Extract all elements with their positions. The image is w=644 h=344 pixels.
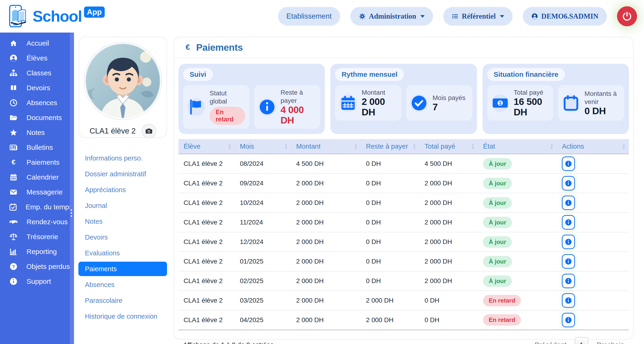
table-row: CLA1 élève 208/20244 500 DH0 DH4 500 DHÀ… bbox=[178, 154, 629, 174]
phone-book-icon bbox=[6, 3, 30, 29]
nav-button-etablissement[interactable]: Etablissement bbox=[278, 7, 340, 26]
nav-button-r-f-rentiel[interactable]: Référentiel bbox=[443, 7, 512, 26]
row-info-button[interactable] bbox=[562, 215, 575, 230]
pagination-previous[interactable]: Précédent bbox=[535, 341, 566, 344]
row-info-button[interactable] bbox=[562, 196, 575, 210]
col-header-actions[interactable]: Actions▲▼ bbox=[557, 139, 629, 154]
stat-value: 0 DH bbox=[584, 106, 620, 116]
subnav-item-notes[interactable]: Notes bbox=[78, 214, 167, 229]
subnav-item-evaluations[interactable]: Evaluations bbox=[78, 245, 167, 261]
nav-button-demo6-sadmin[interactable]: DEMO6.SADMIN bbox=[523, 7, 607, 26]
cell-total: 2 000 DH bbox=[420, 252, 478, 271]
student-avatar-illustration bbox=[86, 44, 160, 118]
col-header-reste-payer[interactable]: Reste à payer▲▼ bbox=[361, 139, 420, 154]
sidebar-item-label: Rendez-vous bbox=[26, 218, 68, 226]
col-header--l-ve[interactable]: Élève▲▼ bbox=[178, 139, 235, 154]
sidebar-item-rendez-vous[interactable]: Rendez-vous bbox=[0, 214, 70, 229]
brand-logo: School App bbox=[6, 3, 105, 29]
row-info-button[interactable] bbox=[562, 313, 575, 327]
pagination-next[interactable]: Prochain bbox=[597, 341, 624, 344]
col-header-mois[interactable]: Mois▲▼ bbox=[235, 139, 291, 154]
row-info-button[interactable] bbox=[562, 176, 575, 190]
status-badge: À jour bbox=[483, 276, 512, 287]
sidebar-item-label: Trésorerie bbox=[26, 233, 58, 241]
euro-icon: € bbox=[183, 43, 192, 52]
subnav-item-absences[interactable]: Absences bbox=[78, 277, 167, 292]
subnav-item-dossier-administratif[interactable]: Dossier administratif bbox=[78, 166, 167, 182]
stat-value: 16 500 DH bbox=[514, 96, 549, 118]
sidebar-item-documents[interactable]: Documents bbox=[0, 110, 70, 125]
calendar-check-icon bbox=[9, 203, 17, 211]
sidebar-resize-gutter[interactable] bbox=[70, 32, 74, 344]
row-info-button[interactable] bbox=[562, 293, 575, 308]
row-info-button[interactable] bbox=[562, 235, 575, 249]
payments-table: Élève▲▼Mois▲▼Montant▲▼Reste à payer▲▼Tot… bbox=[178, 139, 629, 330]
cell-etat: À jour bbox=[478, 252, 557, 271]
column-label: Élève bbox=[184, 142, 200, 150]
cell-etat: À jour bbox=[478, 174, 557, 193]
cell-montant: 2 000 DH bbox=[291, 271, 361, 291]
cell-total: 2 000 DH bbox=[420, 232, 478, 252]
column-label: Montant bbox=[296, 142, 320, 150]
cell-etat: En retard bbox=[478, 291, 557, 310]
sidebar-item-paiements[interactable]: €Paiements bbox=[0, 155, 70, 170]
folder-open-icon bbox=[9, 114, 18, 122]
subnav-item-devoirs[interactable]: Devoirs bbox=[78, 229, 167, 245]
sidebar-item-accueil[interactable]: Accueil bbox=[0, 36, 70, 51]
sidebar-item-notes[interactable]: Notes bbox=[0, 125, 70, 140]
cell-actions bbox=[557, 193, 629, 212]
pagination-page-1[interactable]: 1 bbox=[575, 337, 588, 344]
col-header-total-pay-[interactable]: Total payé▲▼ bbox=[420, 139, 478, 154]
status-badge: À jour bbox=[483, 158, 512, 170]
nav-button-administration[interactable]: Administration bbox=[350, 7, 433, 26]
sidebar-item-devoirs[interactable]: Devoirs bbox=[0, 80, 70, 95]
list-icon bbox=[452, 13, 458, 20]
change-photo-button[interactable] bbox=[142, 124, 156, 138]
status-badge: À jour bbox=[483, 217, 512, 228]
cell-eleve: CLA1 élève 2 bbox=[178, 271, 235, 291]
pagination: Précédent 1 Prochain bbox=[535, 337, 624, 344]
logout-button[interactable] bbox=[617, 6, 637, 26]
stat-text: Mois payés7 bbox=[432, 94, 466, 112]
sidebar-item-emp-du-temps[interactable]: Emp. du temps bbox=[0, 200, 70, 214]
sidebar-item-calendrier[interactable]: Calendrier bbox=[0, 170, 70, 185]
subnav-item-appr-ciations[interactable]: Appréciations bbox=[78, 182, 167, 198]
subnav-item-historique-de-connexion[interactable]: Historique de connexion bbox=[78, 308, 167, 324]
sidebar-item-classes[interactable]: Classes bbox=[0, 66, 70, 80]
row-info-button[interactable] bbox=[562, 156, 575, 171]
sidebar-item--l-ves[interactable]: Élèves bbox=[0, 51, 70, 66]
cell-reste: 0 DH bbox=[361, 193, 420, 212]
sidebar-item-support[interactable]: Support bbox=[0, 274, 70, 289]
sidebar-item-tr-sorerie[interactable]: Trésorerie bbox=[0, 229, 70, 244]
sidebar-item-label: Support bbox=[26, 278, 51, 286]
svg-text:?: ? bbox=[12, 264, 15, 269]
sidebar-item-label: Emp. du temps bbox=[26, 203, 72, 211]
flag-icon bbox=[187, 98, 205, 116]
cell-montant: 2 000 DH bbox=[291, 232, 361, 252]
sidebar-item-label: Absences bbox=[26, 99, 57, 107]
row-info-button[interactable] bbox=[562, 254, 575, 269]
svg-text:1: 1 bbox=[498, 100, 502, 106]
sidebar-item-reporting[interactable]: Reporting bbox=[0, 244, 70, 259]
stat-montant: Montant2 000 DH bbox=[335, 85, 401, 121]
subnav-item-informations-perso-[interactable]: Informations perso. bbox=[78, 150, 167, 166]
sidebar-item-absences[interactable]: Absences bbox=[0, 95, 70, 110]
sidebar-item-label: Notes bbox=[26, 128, 45, 136]
scale-icon bbox=[9, 232, 18, 241]
subnav-item-parascolaire[interactable]: Parascolaire bbox=[78, 292, 167, 308]
subnav-item-journal[interactable]: Journal bbox=[78, 198, 167, 214]
info-circle-icon bbox=[9, 277, 18, 286]
home-icon bbox=[9, 39, 18, 48]
row-info-button[interactable] bbox=[562, 274, 575, 288]
sidebar-item-bulletins[interactable]: Bulletins bbox=[0, 140, 70, 155]
cell-mois: 02/2025 bbox=[235, 271, 291, 291]
col-header-montant[interactable]: Montant▲▼ bbox=[291, 139, 361, 154]
col-header--tat[interactable]: État▲▼ bbox=[478, 139, 557, 154]
book-icon bbox=[9, 84, 18, 92]
cell-mois: 11/2024 bbox=[235, 212, 291, 232]
cell-reste: 0 DH bbox=[361, 212, 420, 232]
sidebar-item-objets-perdus[interactable]: ?Objets perdus bbox=[0, 259, 70, 274]
subnav-item-paiements[interactable]: Paiements bbox=[78, 262, 167, 276]
user-circle-icon bbox=[531, 13, 538, 20]
sidebar-item-messagerie[interactable]: Messagerie bbox=[0, 185, 70, 200]
